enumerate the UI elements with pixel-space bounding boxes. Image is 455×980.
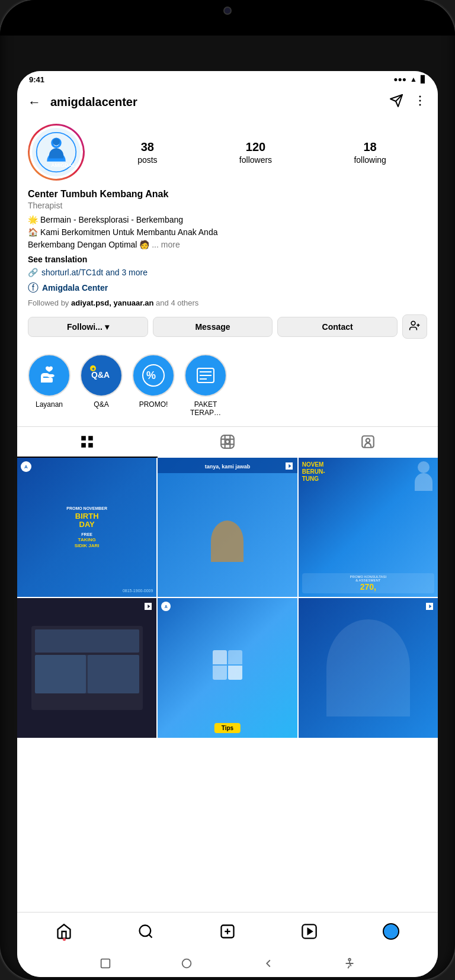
facebook-name: Amigdala Center	[42, 283, 108, 293]
posts-label: posts	[137, 155, 157, 165]
svg-rect-42	[101, 959, 110, 968]
post-cell-3[interactable]: NOVEM BERUN- TUNG PROMO KONSULTASI& ASSE…	[299, 458, 438, 597]
reel-icon-2	[284, 461, 294, 473]
battery-icon: ▊	[421, 75, 426, 83]
posts-stat[interactable]: 38 posts	[137, 140, 157, 165]
ig-header: ← amigdalacenter	[17, 88, 438, 117]
see-translation-link[interactable]: See translation	[28, 255, 427, 264]
percent-icon: %	[140, 362, 166, 388]
message-button[interactable]: Message	[153, 317, 273, 337]
grid-spacer	[17, 738, 438, 750]
following-stat[interactable]: 18 following	[354, 140, 386, 165]
send-icon[interactable]	[389, 94, 403, 111]
highlight-layanan[interactable]: Layanan	[28, 354, 71, 417]
status-time: 9:41	[29, 75, 44, 84]
svg-point-34	[366, 439, 370, 443]
svg-point-3	[419, 100, 421, 102]
status-icons: ●●● ▲ ▊	[393, 75, 426, 83]
notch-area	[0, 0, 455, 36]
amigdala-logo-svg: AMIGDALA	[36, 131, 77, 173]
nav-add[interactable]	[219, 923, 236, 940]
highlight-paket[interactable]: PAKET TERAP…	[184, 354, 227, 417]
facebook-icon: ⓕ	[28, 281, 39, 295]
profile-name: Center Tumbuh Kembang Anak	[28, 189, 427, 200]
following-button[interactable]: Followi... ▾	[28, 317, 148, 337]
nav-search[interactable]	[137, 923, 154, 940]
home-icon	[56, 923, 72, 940]
square-nav-button[interactable]	[97, 955, 114, 972]
hand-heart-icon	[36, 362, 62, 388]
highlight-label-layanan: Layanan	[36, 400, 63, 409]
add-person-button[interactable]	[402, 314, 427, 339]
profile-section: AMIGDALA 38 posts	[17, 117, 438, 339]
bio-more-link[interactable]: ... more	[152, 240, 180, 249]
svg-text:✦: ✦	[91, 367, 95, 372]
tab-grid[interactable]	[17, 427, 158, 458]
post-cell-6[interactable]	[299, 598, 438, 737]
svg-rect-27	[221, 435, 234, 448]
post-cell-5[interactable]: Tips A	[158, 598, 297, 737]
interior-image	[17, 598, 156, 737]
wifi-icon: ▲	[410, 75, 417, 83]
back-nav-button[interactable]	[260, 955, 277, 972]
link-icon: 🔗	[28, 268, 38, 277]
notch	[180, 0, 275, 21]
more-options-icon[interactable]	[413, 94, 427, 111]
post-cell-2[interactable]: tanya, kami jawab	[158, 458, 297, 597]
accessibility-icon	[343, 957, 356, 970]
header-right	[389, 94, 427, 111]
svg-rect-13	[42, 378, 53, 383]
home-nav-button[interactable]	[178, 955, 195, 972]
highlight-label-promo: PROMO!	[139, 400, 168, 409]
svg-point-4	[419, 104, 421, 106]
tab-reels[interactable]	[158, 427, 298, 458]
highlight-promo[interactable]: % PROMO!	[132, 354, 175, 417]
circle-icon	[180, 957, 193, 970]
nav-home[interactable]	[56, 923, 72, 940]
reels-nav-icon	[301, 923, 318, 940]
svg-point-9	[53, 138, 60, 145]
reel-icon-4	[143, 602, 153, 613]
follower-names: adiyat.psd, yanuaar.an	[71, 298, 153, 307]
svg-point-35	[140, 925, 151, 936]
bio-line1: 🌟 Bermain - Bereksplorasi - Berkembang	[28, 214, 427, 226]
bio-line3: Berkembang Dengan Optimal 🧑 ... more	[28, 239, 427, 251]
tabs-row	[17, 426, 438, 458]
highlight-circle-promo: %	[132, 354, 175, 397]
post-cell-1[interactable]: PROMO NOVEMBER BIRTHDAY FREE TAKINGSIDIK…	[17, 458, 156, 597]
followers-stat[interactable]: 120 followers	[239, 140, 272, 165]
header-left: ← amigdalacenter	[28, 95, 137, 110]
followers-label: followers	[239, 155, 272, 165]
qa-icon: Q&A ✦	[88, 362, 114, 388]
profile-top: AMIGDALA 38 posts	[28, 124, 427, 181]
following-count: 18	[363, 140, 376, 154]
system-nav	[17, 950, 438, 977]
profile-username: amigdalacenter	[50, 95, 137, 109]
avatar-logo: AMIGDALA	[32, 128, 81, 176]
accessibility-button[interactable]	[341, 955, 358, 972]
facebook-link[interactable]: ⓕ Amigdala Center	[28, 281, 427, 295]
action-buttons: Followi... ▾ Message Contact	[28, 314, 427, 339]
profile-link[interactable]: 🔗 shorturl.at/TC1dt and 3 more	[28, 268, 427, 277]
back-button[interactable]: ←	[28, 95, 41, 110]
bio-line2: 🏠 Kami Berkomitmen Untuk Membantu Anak A…	[28, 226, 427, 239]
nav-reels[interactable]	[301, 923, 318, 940]
reels-tab-icon	[220, 434, 235, 449]
search-icon	[137, 923, 154, 940]
contact-button[interactable]: Contact	[277, 317, 398, 337]
highlight-label-paket: PAKET TERAP…	[184, 400, 227, 417]
tab-tagged[interactable]	[297, 427, 438, 458]
nav-profile[interactable]	[383, 923, 399, 940]
svg-point-44	[348, 959, 351, 961]
svg-text:%: %	[146, 369, 156, 381]
profile-avatar-wrapper[interactable]: AMIGDALA	[28, 124, 85, 181]
highlight-qa[interactable]: Q&A ✦ Q&A	[80, 354, 123, 417]
post-cell-4[interactable]	[17, 598, 156, 737]
highlight-circle-layanan	[28, 354, 71, 397]
post-grid: PROMO NOVEMBER BIRTHDAY FREE TAKINGSIDIK…	[17, 458, 438, 738]
scroll-content[interactable]: ← amigdalacenter	[17, 88, 438, 912]
camera	[223, 7, 232, 15]
link-text: shorturl.at/TC1dt and 3 more	[41, 268, 148, 277]
svg-point-2	[419, 96, 421, 98]
list-icon	[193, 362, 219, 388]
